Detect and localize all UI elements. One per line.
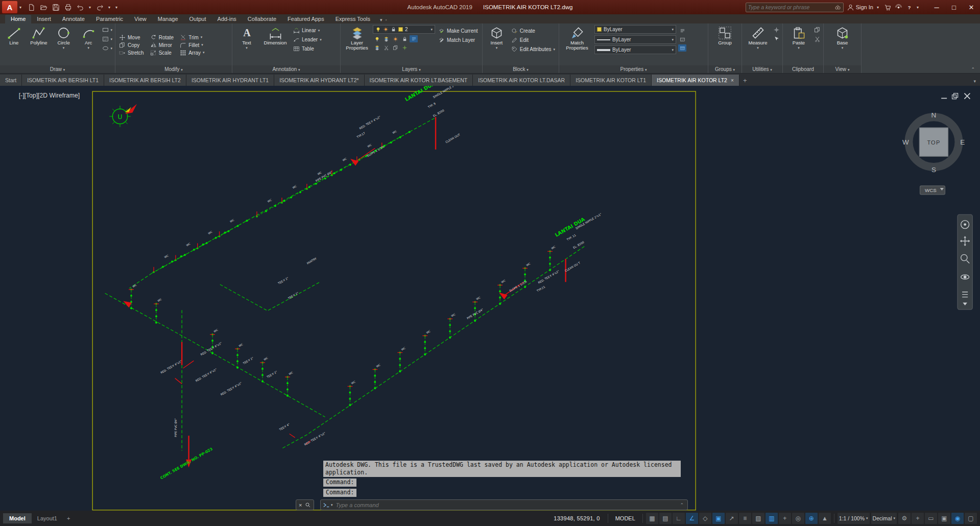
save-button[interactable] <box>50 2 61 13</box>
match-layer-button[interactable]: Match Layer <box>437 36 479 44</box>
ribbon-tab-home[interactable]: Home <box>5 15 31 23</box>
array-button[interactable]: Array▾ <box>179 49 205 57</box>
status-toggle-dynamic-input[interactable]: + <box>779 513 791 524</box>
ribbon-display-chevron-icon[interactable]: ▾ <box>380 17 383 22</box>
layer-walk-button[interactable] <box>410 35 418 42</box>
file-tab[interactable]: Start <box>0 75 22 86</box>
ribbon-tab-express-tools[interactable]: Express Tools <box>330 15 376 23</box>
layout1-tab[interactable]: Layout1 <box>33 513 62 523</box>
sign-in-button[interactable]: Sign In ▾ <box>847 4 881 11</box>
minimize-button[interactable]: ─ <box>928 0 945 14</box>
panel-title-utilities[interactable]: Utilities ▾ <box>742 65 782 73</box>
panel-title-properties[interactable]: Properties ▾ <box>559 65 708 73</box>
status-toggle-object-isolation[interactable]: ◎ <box>792 513 804 524</box>
panel-title-view[interactable]: View ▾ <box>824 65 861 73</box>
dimension-button[interactable]: Dimension <box>260 25 290 65</box>
create-block-button[interactable]: Create <box>510 27 556 35</box>
make-current-button[interactable]: Make Current <box>437 27 479 35</box>
layer-lock-button[interactable] <box>400 35 409 42</box>
text-button[interactable]: Text▾ <box>235 25 258 65</box>
insert-block-button[interactable]: Insert▾ <box>485 25 508 65</box>
copy-clip-button[interactable] <box>814 27 821 33</box>
measure-button[interactable]: Measure▾ <box>745 25 771 65</box>
layer-isolate-button[interactable] <box>382 35 390 42</box>
file-tab[interactable]: ISOMETRIK AIR KOTOR LT.BASEMENT <box>365 75 473 86</box>
ellipse-tool-button[interactable]: ▾ <box>102 45 113 52</box>
binoculars-search-icon[interactable] <box>834 4 841 11</box>
cut-button[interactable] <box>814 36 821 42</box>
stay-connected-button[interactable] <box>895 4 902 11</box>
table-button[interactable]: Table <box>292 45 323 53</box>
panel-title-block[interactable]: Block ▾ <box>483 65 559 73</box>
trim-button[interactable]: Trim▾ <box>179 34 205 41</box>
redo-chevron-icon[interactable]: ▾ <box>106 5 112 10</box>
panel-title-draw[interactable]: Draw ▾ <box>0 65 115 73</box>
ribbon-tab-parametric[interactable]: Parametric <box>90 15 129 23</box>
status-toggle-object-snap[interactable]: ▣ <box>712 513 725 524</box>
command-expand-icon[interactable]: ⌃ <box>678 503 685 508</box>
close-tab-icon[interactable]: × <box>731 78 734 83</box>
lineweight-dropdown[interactable]: ByLayer▾ <box>594 45 676 54</box>
mirror-button[interactable]: Mirror <box>149 41 175 49</box>
ribbon-tab-collaborate[interactable]: Collaborate <box>242 15 282 23</box>
ribbon-options-icon[interactable]: ◦ <box>385 17 387 22</box>
panel-title-clipboard[interactable]: Clipboard <box>783 65 823 73</box>
file-tab[interactable]: ISOMETRIK AIR KOTOR LT1 <box>570 75 652 86</box>
maximize-button[interactable]: □ <box>945 0 963 14</box>
command-prompt-icon[interactable]: ▾ <box>323 502 333 508</box>
viewcube-north[interactable]: N <box>931 111 937 119</box>
status-toggle-clean-screen[interactable]: ▢ <box>965 513 977 524</box>
qat-customize-chevron-icon[interactable]: ▾ <box>113 5 119 10</box>
model-tab[interactable]: Model <box>3 513 32 523</box>
line-button[interactable]: Line <box>3 25 26 65</box>
polyline-button[interactable]: Polyline <box>28 25 51 65</box>
annotation-scale-button[interactable]: 1:1 / 100%▾ <box>838 513 870 524</box>
viewcube-south[interactable]: S <box>931 166 936 174</box>
layer-new-button[interactable] <box>400 44 409 51</box>
status-toggle-object-snap-tracking[interactable]: ↗ <box>726 513 738 524</box>
units-button[interactable]: Decimal▾ <box>871 513 897 524</box>
viewport-restore-icon[interactable] <box>952 93 958 99</box>
copy-button[interactable]: Copy <box>118 41 145 49</box>
file-tab[interactable]: ISOMETRIK AIR BERSIH LT1 <box>22 75 104 86</box>
file-tab[interactable]: ISOMETRIK AIR BERSIH LT2 <box>104 75 186 86</box>
model-space[interactable]: [-][Top][2D Wireframe] U N W E <box>0 86 980 511</box>
ribbon-tab-annotate[interactable]: Annotate <box>57 15 90 23</box>
viewport-controls-label[interactable]: [-][Top][2D Wireframe] <box>19 92 80 99</box>
object-color-dropdown[interactable]: ByLayer▾ <box>594 25 676 34</box>
paste-button[interactable]: Paste▾ <box>785 25 812 65</box>
circle-button[interactable]: Circle▾ <box>52 25 75 65</box>
status-toggle-polar-tracking[interactable]: ∠ <box>686 513 698 524</box>
status-toggle-graphics-performance[interactable]: ◉ <box>951 513 964 524</box>
hatch-tool-button[interactable]: ▾ <box>102 36 113 42</box>
panel-title-annotation[interactable]: Annotation ▾ <box>232 65 340 73</box>
leader-button[interactable]: Leader▾ <box>292 36 323 43</box>
viewcube-west[interactable]: W <box>902 138 909 146</box>
command-line[interactable]: ▾ ⌃ <box>320 499 688 510</box>
properties-palette-button[interactable] <box>678 44 686 52</box>
base-view-button[interactable]: Base▾ <box>829 25 856 65</box>
viewport-close-icon[interactable] <box>964 93 970 99</box>
command-close-icon[interactable]: × <box>299 502 302 508</box>
id-point-button[interactable] <box>773 27 780 33</box>
status-toggle-isometric-drafting[interactable]: ◇ <box>699 513 711 524</box>
properties-list-button[interactable] <box>678 27 686 34</box>
layer-unisolate-button[interactable] <box>373 44 381 51</box>
panel-title-groups[interactable]: Groups ▾ <box>708 65 742 73</box>
layer-delete-button[interactable] <box>382 44 390 51</box>
layer-properties-button[interactable]: Layer Properties <box>343 25 371 65</box>
new-file-button[interactable] <box>26 2 37 13</box>
undo-button[interactable] <box>75 2 86 13</box>
file-tab[interactable]: ISOMETRIK AIR KOTOR LT2× <box>652 75 739 86</box>
stretch-button[interactable]: Stretch <box>118 49 145 57</box>
status-toggle-lineweight[interactable]: ≡ <box>739 513 751 524</box>
match-properties-button[interactable]: Match Properties <box>562 25 592 65</box>
redo-button[interactable] <box>94 2 105 13</box>
status-toggle-gizmo[interactable]: ⊕ <box>805 513 818 524</box>
status-toggle-lock-ui[interactable]: ▣ <box>938 513 950 524</box>
rectangle-tool-button[interactable]: ▾ <box>102 27 113 33</box>
command-input[interactable] <box>336 502 679 508</box>
status-toggle-ortho[interactable]: ∟ <box>673 513 685 524</box>
status-toggle-annotation-visibility[interactable]: ▲ <box>819 513 831 524</box>
status-toggle-quick-properties[interactable]: ▭ <box>925 513 937 524</box>
